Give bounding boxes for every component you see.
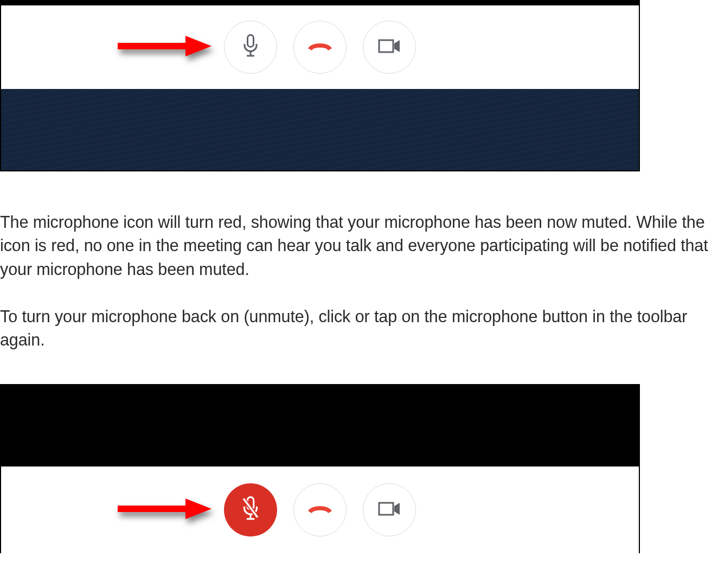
microphone-button[interactable] [224,21,277,74]
svg-marker-8 [185,498,211,519]
svg-marker-1 [185,36,211,56]
svg-marker-15 [394,503,400,515]
screenshot-top-black [1,385,639,466]
hangup-button[interactable] [293,21,347,74]
svg-rect-14 [379,503,393,515]
screenshot-background-navy [1,89,639,170]
camera-icon [378,38,401,56]
microphone-off-icon [240,496,261,523]
camera-icon [378,501,401,519]
svg-rect-5 [379,40,393,52]
call-buttons-row [224,483,416,536]
screenshot-mic-unmuted [0,0,640,171]
paragraph-mute-explanation: The microphone icon will turn red, showi… [0,210,718,281]
svg-marker-6 [394,40,400,52]
microphone-muted-button[interactable] [224,483,277,536]
screenshot-top-bar [1,0,639,5]
paragraph-unmute-instruction: To turn your microphone back on (unmute)… [0,305,718,352]
arrow-icon [115,495,213,525]
call-toolbar-muted [1,466,639,553]
hangup-icon [306,40,334,55]
hangup-icon [306,502,334,517]
microphone-icon [241,34,260,60]
call-toolbar-unmuted [1,5,639,89]
hangup-button[interactable] [293,483,347,536]
arrow-icon [115,33,213,62]
screenshot-mic-muted [0,384,640,553]
article-text: The microphone icon will turn red, showi… [0,171,718,351]
call-buttons-row [224,21,416,74]
camera-button[interactable] [363,483,416,536]
camera-button[interactable] [363,21,416,74]
svg-rect-2 [248,35,254,47]
